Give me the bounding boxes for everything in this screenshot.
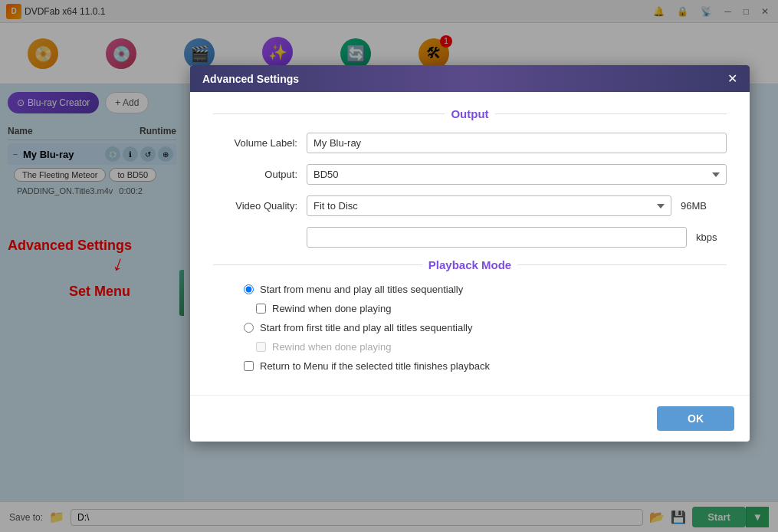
video-quality-row: Video Quality: Fit to Disc High Medium L…	[213, 195, 727, 216]
output-select[interactable]: BD25 BD50 BD100	[307, 164, 727, 185]
playback-option-2-row: Start from first title and play all titl…	[244, 322, 727, 333]
output-section-heading: Output	[213, 107, 727, 120]
rewind-2-row: Rewind when done playing	[256, 341, 727, 353]
playback-radio-2[interactable]	[244, 323, 254, 333]
dialog-close-button[interactable]: ✕	[727, 71, 737, 86]
kbps-row: kbps	[213, 227, 727, 248]
output-row: Output: BD25 BD50 BD100	[213, 164, 727, 185]
playback-line-right	[517, 264, 727, 265]
rewind-label-1: Rewind when done playing	[272, 303, 391, 314]
return-to-menu-checkbox[interactable]	[244, 361, 254, 371]
advanced-settings-dialog: Advanced Settings ✕ Output Volume Label:…	[190, 65, 750, 442]
dialog-title: Advanced Settings	[202, 73, 299, 85]
rewind-checkbox-2[interactable]	[256, 342, 266, 352]
rewind-1-row: Rewind when done playing	[256, 303, 727, 314]
dialog-footer: OK	[190, 395, 750, 442]
kbps-unit-label: kbps	[696, 232, 727, 243]
section-line-right	[495, 113, 727, 114]
dialog-body: Output Volume Label: Output: BD25 BD50 B…	[190, 92, 750, 395]
output-section-title: Output	[451, 107, 488, 120]
rewind-label-2: Rewind when done playing	[272, 341, 391, 353]
section-line-left	[213, 113, 445, 114]
playback-line-left	[213, 264, 422, 265]
output-label: Output:	[213, 169, 297, 180]
dialog-titlebar: Advanced Settings ✕	[190, 65, 750, 92]
rewind-checkbox-1[interactable]	[256, 304, 266, 314]
kbps-input[interactable]	[307, 227, 687, 248]
playback-radio-1[interactable]	[244, 284, 254, 294]
volume-label-input[interactable]	[307, 133, 727, 153]
playback-section-title: Playback Mode	[428, 258, 511, 271]
return-to-menu-row: Return to Menu if the selected title fin…	[244, 360, 727, 372]
video-quality-label: Video Quality:	[213, 200, 297, 212]
playback-label-1: Start from menu and play all titles sequ…	[260, 284, 463, 295]
video-quality-select[interactable]: Fit to Disc High Medium Low	[307, 195, 671, 216]
volume-label-text: Volume Label:	[213, 137, 297, 149]
size-value: 96MB	[681, 200, 727, 212]
volume-label-row: Volume Label:	[213, 133, 727, 153]
ok-button[interactable]: OK	[657, 406, 734, 431]
playback-option-1-row: Start from menu and play all titles sequ…	[244, 284, 727, 295]
playback-label-2: Start from first title and play all titl…	[260, 322, 472, 333]
playback-section-heading: Playback Mode	[213, 258, 727, 271]
return-to-menu-label: Return to Menu if the selected title fin…	[260, 360, 490, 372]
